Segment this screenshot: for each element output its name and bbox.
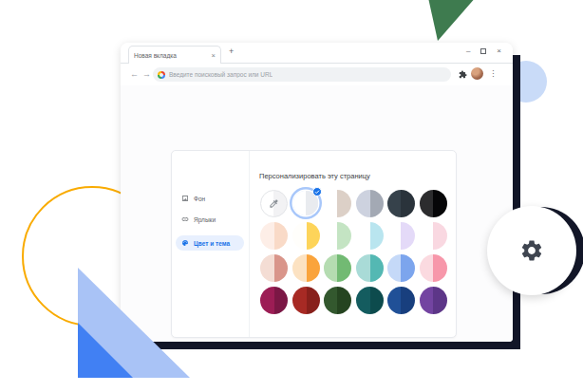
- tab-strip: Новая вкладка × + – ×: [121, 43, 513, 64]
- url-placeholder-text: Введите поисковый запрос или URL: [169, 71, 273, 78]
- new-tab-button[interactable]: +: [229, 47, 234, 56]
- swatch-grid: [258, 187, 449, 316]
- theme-swatch-navy-blue[interactable]: [387, 287, 415, 314]
- theme-swatch-rose[interactable]: [260, 254, 288, 282]
- theme-swatch-dark-slate[interactable]: [387, 190, 415, 217]
- sidebar-item-label: Цвет и тема: [194, 240, 230, 247]
- theme-swatch-blue[interactable]: [387, 254, 415, 282]
- sidebar-item-background[interactable]: Фон: [176, 191, 244, 206]
- browser-toolbar: ← → Введите поисковый запрос или URL ⋮: [121, 64, 513, 85]
- minimize-button[interactable]: –: [466, 47, 470, 55]
- google-logo-icon: [158, 71, 165, 79]
- image-icon: [181, 195, 189, 202]
- extensions-icon[interactable]: [459, 70, 467, 79]
- theme-swatch-forest-green[interactable]: [324, 287, 351, 314]
- theme-swatch-green[interactable]: [324, 254, 351, 282]
- selected-check-icon: [312, 187, 322, 196]
- theme-swatch-pale-peach[interactable]: [260, 222, 288, 250]
- theme-swatch-beige[interactable]: [324, 190, 351, 217]
- sidebar-item-color-theme[interactable]: Цвет и тема: [176, 235, 244, 251]
- theme-swatch-dark-red[interactable]: [292, 287, 320, 314]
- window-controls: – ×: [466, 47, 501, 55]
- theme-swatch-pale-cyan[interactable]: [356, 222, 384, 250]
- theme-swatch-black[interactable]: [420, 190, 447, 217]
- forward-icon[interactable]: →: [142, 70, 151, 79]
- theme-swatch-orange[interactable]: [292, 254, 320, 282]
- gear-icon: [519, 238, 544, 263]
- green-triangle-decoration: [427, 0, 475, 41]
- theme-swatch-dark-teal[interactable]: [356, 287, 384, 314]
- theme-swatch-teal[interactable]: [356, 254, 384, 282]
- custom-color-picker[interactable]: [260, 190, 288, 217]
- new-tab-page: Фон Ярлыки Цвет и тема: [121, 85, 513, 342]
- theme-swatch-yellow[interactable]: [292, 222, 320, 250]
- sidebar-item-shortcuts[interactable]: Ярлыки: [176, 212, 244, 227]
- url-bar[interactable]: Введите поисковый запрос или URL: [153, 67, 451, 82]
- tab-title: Новая вкладка: [134, 52, 209, 59]
- theme-swatch-pale-lavender[interactable]: [387, 222, 415, 250]
- customize-dialog: Фон Ярлыки Цвет и тема: [171, 150, 457, 338]
- palette-icon: [181, 239, 189, 247]
- browser-tab[interactable]: Новая вкладка ×: [128, 46, 221, 65]
- theme-swatch-cool-grey[interactable]: [356, 190, 384, 217]
- close-button[interactable]: ×: [497, 47, 501, 55]
- back-icon[interactable]: ←: [130, 70, 139, 79]
- customize-sidebar: Фон Ярлыки Цвет и тема: [172, 151, 250, 337]
- dialog-title: Персонализировать эту страницу: [259, 172, 370, 180]
- theme-swatch-pale-pink[interactable]: [420, 222, 447, 250]
- theme-swatch-default-theme[interactable]: [293, 191, 318, 215]
- theme-swatch-pale-green[interactable]: [324, 222, 351, 250]
- browser-menu-icon[interactable]: ⋮: [489, 69, 498, 78]
- eyedropper-icon: [269, 198, 279, 209]
- tab-close-icon[interactable]: ×: [212, 52, 216, 60]
- theme-swatch-purple[interactable]: [420, 287, 447, 314]
- maximize-button[interactable]: [480, 48, 486, 54]
- link-icon: [181, 215, 189, 223]
- sidebar-item-label: Ярлыки: [194, 216, 216, 223]
- browser-window: Новая вкладка × + – × ← → Введите поиско…: [121, 43, 513, 342]
- settings-gear-badge: [487, 206, 576, 295]
- theme-swatch-pink[interactable]: [420, 254, 447, 282]
- profile-avatar[interactable]: [471, 67, 483, 80]
- sidebar-item-label: Фон: [194, 196, 205, 202]
- scene: Новая вкладка × + – × ← → Введите поиско…: [0, 0, 583, 392]
- theme-swatch-burgundy[interactable]: [260, 287, 288, 314]
